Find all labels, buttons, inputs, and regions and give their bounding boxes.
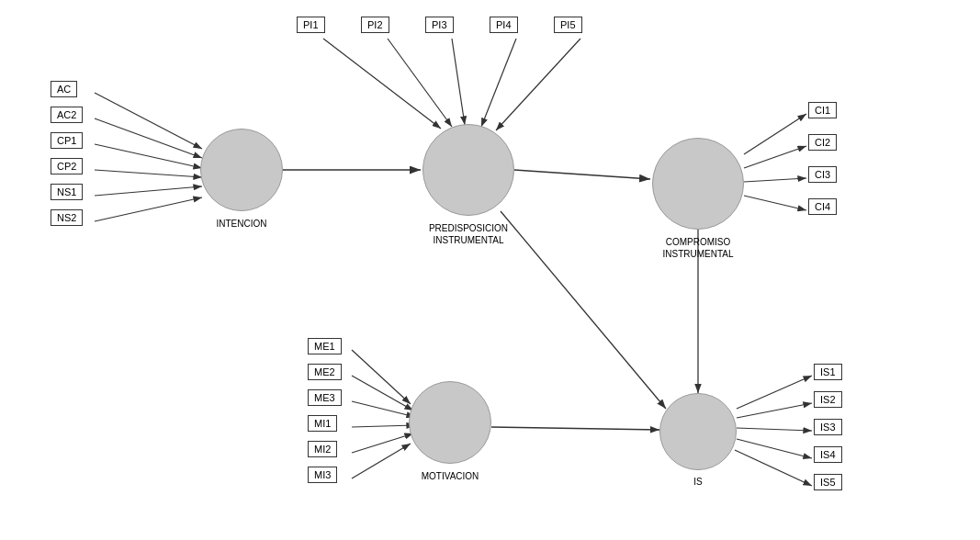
box-is2: IS2 — [814, 391, 842, 408]
svg-line-19 — [352, 350, 411, 404]
box-ac: AC — [51, 81, 77, 97]
svg-line-16 — [744, 146, 806, 168]
svg-line-15 — [744, 114, 806, 154]
svg-line-6 — [95, 186, 202, 196]
circle-compromiso — [652, 138, 744, 230]
box-pi2: PI2 — [361, 17, 389, 33]
label-motivacion: MOTIVACION — [395, 470, 505, 482]
box-me2: ME2 — [308, 364, 342, 380]
svg-line-2 — [95, 93, 202, 149]
box-pi1: PI1 — [297, 17, 325, 33]
svg-line-28 — [737, 403, 812, 418]
box-pi3: PI3 — [425, 17, 454, 33]
box-ci4: CI4 — [808, 198, 837, 215]
box-mi2: MI2 — [308, 441, 337, 457]
circle-predisposicion — [422, 124, 514, 216]
label-compromiso: COMPROMISO INSTRUMENTAL — [629, 236, 767, 260]
svg-line-27 — [737, 376, 812, 409]
label-intencion: INTENCION — [188, 218, 295, 230]
box-ac2: AC2 — [51, 107, 83, 123]
svg-line-21 — [352, 401, 415, 417]
box-ci3: CI3 — [808, 166, 837, 183]
svg-line-10 — [388, 39, 452, 127]
svg-line-23 — [352, 433, 413, 453]
label-is: IS — [675, 476, 721, 488]
box-me1: ME1 — [308, 338, 342, 354]
box-ci2: CI2 — [808, 134, 837, 151]
box-mi1: MI1 — [308, 415, 337, 432]
svg-line-17 — [744, 178, 806, 182]
svg-line-3 — [95, 118, 202, 158]
box-pi4: PI4 — [490, 17, 518, 33]
box-is5: IS5 — [814, 474, 842, 490]
svg-line-13 — [496, 39, 580, 130]
svg-line-11 — [452, 39, 465, 125]
box-mi3: MI3 — [308, 467, 337, 483]
svg-line-30 — [737, 439, 812, 458]
box-ns2: NS2 — [51, 209, 83, 226]
svg-line-5 — [95, 170, 202, 177]
diagram-container: AC AC2 CP1 CP2 NS1 NS2 PI1 PI2 PI3 PI4 P… — [0, 0, 980, 540]
box-is3: IS3 — [814, 419, 842, 435]
svg-line-22 — [352, 425, 415, 427]
svg-line-7 — [95, 197, 202, 221]
svg-line-26 — [491, 427, 659, 430]
box-cp2: CP2 — [51, 158, 83, 174]
box-is4: IS4 — [814, 446, 842, 463]
box-is1: IS1 — [814, 364, 842, 380]
svg-line-4 — [95, 144, 202, 168]
svg-line-14 — [514, 170, 650, 179]
box-me3: ME3 — [308, 389, 342, 406]
circle-intencion — [200, 129, 283, 211]
box-ns1: NS1 — [51, 184, 83, 200]
box-cp1: CP1 — [51, 132, 83, 149]
svg-line-9 — [323, 39, 441, 129]
svg-line-12 — [481, 39, 516, 127]
label-predisposicion: PREDISPOSICION INSTRUMENTAL — [404, 222, 533, 246]
circle-motivacion — [409, 381, 491, 464]
svg-line-29 — [737, 428, 812, 431]
svg-line-31 — [735, 450, 812, 486]
box-ci1: CI1 — [808, 102, 837, 118]
svg-line-18 — [744, 196, 806, 210]
box-pi5: PI5 — [554, 17, 582, 33]
circle-is — [659, 393, 737, 470]
svg-line-20 — [352, 376, 413, 411]
